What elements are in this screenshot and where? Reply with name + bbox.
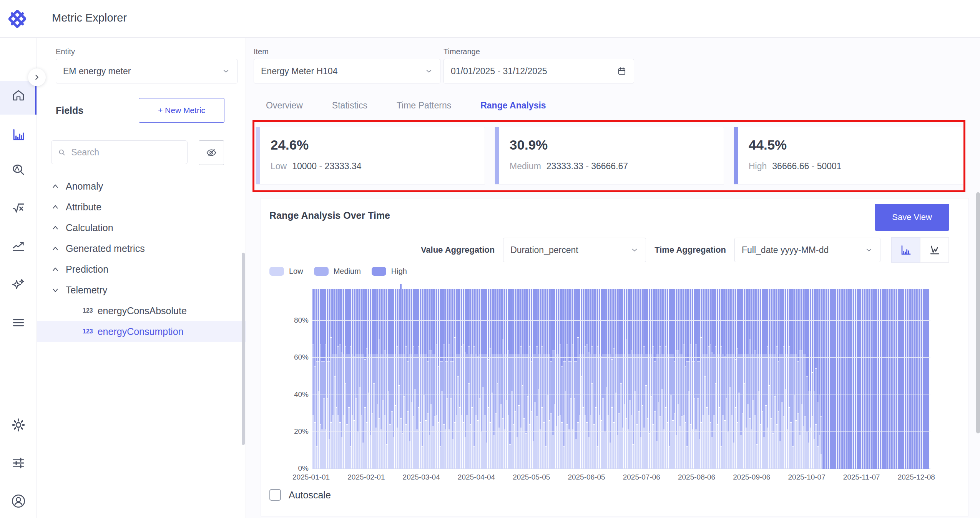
stacked-bar[interactable] (909, 284, 910, 469)
tab-overview[interactable]: Overview (265, 99, 304, 112)
stacked-bar[interactable] (917, 284, 919, 469)
stacked-bar[interactable] (642, 284, 643, 469)
stacked-bar[interactable] (413, 284, 414, 469)
stacked-bar[interactable] (334, 284, 336, 469)
stacked-bar[interactable] (427, 284, 429, 469)
stacked-bar[interactable] (749, 284, 751, 469)
stacked-bar[interactable] (575, 284, 577, 469)
stacked-bar[interactable] (545, 284, 546, 469)
stacked-bar[interactable] (372, 284, 373, 469)
stacked-bar[interactable] (484, 284, 486, 469)
stacked-bar[interactable] (345, 284, 346, 469)
stacked-bar[interactable] (404, 284, 405, 469)
stacked-bar[interactable] (597, 284, 598, 469)
stacked-bar[interactable] (921, 284, 922, 469)
stacked-bar[interactable] (690, 284, 691, 469)
legend-item-high[interactable]: High (372, 267, 407, 276)
stacked-bar[interactable] (509, 284, 511, 469)
stacked-bar[interactable] (801, 284, 802, 469)
stacked-bar[interactable] (667, 284, 668, 469)
stacked-bar[interactable] (447, 284, 448, 469)
stacked-bar[interactable] (397, 284, 398, 469)
tree-group-calculation[interactable]: Calculation (37, 217, 246, 238)
stacked-bar[interactable] (672, 284, 674, 469)
stacked-bar[interactable] (794, 284, 796, 469)
stacked-bar[interactable] (479, 284, 480, 469)
stacked-bar[interactable] (724, 284, 726, 469)
stacked-bar[interactable] (547, 284, 548, 469)
home-icon[interactable] (0, 88, 37, 102)
stacked-bar[interactable] (926, 284, 928, 469)
stacked-bar[interactable] (830, 284, 831, 469)
stacked-bar[interactable] (382, 284, 384, 469)
stacked-bar[interactable] (703, 284, 704, 469)
stacked-bar[interactable] (477, 284, 478, 469)
stacked-bar[interactable] (341, 284, 343, 469)
legend-item-medium[interactable]: Medium (314, 267, 361, 276)
stacked-bar[interactable] (892, 284, 894, 469)
stacked-bar[interactable] (670, 284, 672, 469)
stacked-bar[interactable] (362, 284, 364, 469)
stacked-bar[interactable] (651, 284, 652, 469)
stacked-bar[interactable] (472, 284, 473, 469)
stacked-bar[interactable] (889, 284, 890, 469)
stacked-bar[interactable] (377, 284, 379, 469)
stacked-bar[interactable] (821, 284, 822, 469)
stacked-bar[interactable] (765, 284, 767, 469)
item-select[interactable]: Energy Meter H104 (254, 59, 440, 83)
stacked-bar[interactable] (498, 284, 500, 469)
stacked-bar[interactable] (735, 284, 736, 469)
stacked-bar[interactable] (647, 284, 649, 469)
stacked-bar[interactable] (533, 284, 534, 469)
stacked-bar[interactable] (665, 284, 666, 469)
stacked-bar[interactable] (459, 284, 461, 469)
stacked-bar[interactable] (531, 284, 532, 469)
stacked-bar[interactable] (502, 284, 504, 469)
stacked-bar[interactable] (636, 284, 638, 469)
stacked-bar[interactable] (905, 284, 906, 469)
stacked-bar[interactable] (475, 284, 477, 469)
stacked-bar[interactable] (817, 284, 819, 469)
stacked-bar[interactable] (638, 284, 639, 469)
stacked-bar[interactable] (899, 284, 901, 469)
stacked-bar[interactable] (847, 284, 849, 469)
stacked-bar[interactable] (525, 284, 527, 469)
stacked-bar[interactable] (726, 284, 728, 469)
stacked-bar[interactable] (590, 284, 591, 469)
stacked-bar[interactable] (321, 284, 323, 469)
stacked-bar[interactable] (790, 284, 792, 469)
stacked-bar[interactable] (898, 284, 899, 469)
stacked-bar[interactable] (747, 284, 749, 469)
stacked-bar[interactable] (713, 284, 715, 469)
stacked-bar[interactable] (473, 284, 475, 469)
stacked-bar[interactable] (430, 284, 432, 469)
new-metric-button[interactable]: + New Metric (139, 98, 224, 123)
stacked-bar[interactable] (549, 284, 550, 469)
stacked-bar[interactable] (779, 284, 781, 469)
stacked-bar[interactable] (618, 284, 620, 469)
stacked-bar[interactable] (729, 284, 731, 469)
stacked-bar[interactable] (332, 284, 334, 469)
stacked-bar[interactable] (681, 284, 683, 469)
stacked-bar[interactable] (540, 284, 541, 469)
stacked-bar[interactable] (352, 284, 353, 469)
stacked-bar[interactable] (812, 284, 813, 469)
bar-chart-toggle[interactable] (891, 237, 920, 263)
stacked-bar[interactable] (405, 284, 407, 469)
stacked-bar[interactable] (763, 284, 765, 469)
stacked-bar[interactable] (804, 284, 806, 469)
stacked-bar[interactable] (797, 284, 799, 469)
stacked-bar[interactable] (633, 284, 634, 469)
stacked-bar[interactable] (878, 284, 879, 469)
stacked-bar[interactable] (438, 284, 439, 469)
stacked-bar[interactable] (896, 284, 897, 469)
stacked-bar[interactable] (386, 284, 387, 469)
stacked-bar[interactable] (368, 284, 369, 469)
stacked-bar[interactable] (497, 284, 498, 469)
stacked-bar[interactable] (463, 284, 464, 469)
stacked-bar[interactable] (853, 284, 854, 469)
stacked-bar[interactable] (591, 284, 593, 469)
stacked-bar[interactable] (337, 284, 339, 469)
legend-item-low[interactable]: Low (269, 267, 303, 276)
stacked-bar[interactable] (645, 284, 647, 469)
